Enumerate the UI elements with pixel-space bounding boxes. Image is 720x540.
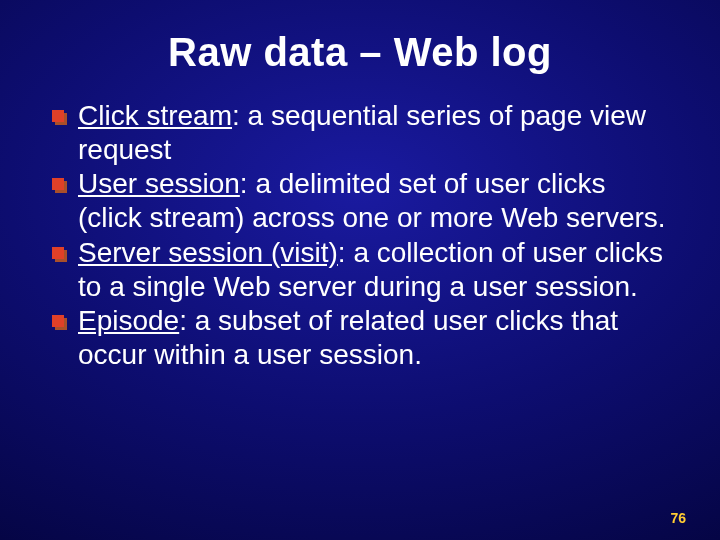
list-item: User session: a delimited set of user cl… — [46, 167, 674, 235]
term: Server session (visit) — [78, 237, 338, 268]
term: Episode — [78, 305, 179, 336]
list-item: Episode: a subset of related user clicks… — [46, 304, 674, 372]
slide-title: Raw data – Web log — [40, 30, 680, 75]
bullet-icon — [52, 315, 64, 327]
bullet-icon — [52, 247, 64, 259]
slide: Raw data – Web log Click stream: a seque… — [0, 0, 720, 540]
list-item: Click stream: a sequential series of pag… — [46, 99, 674, 167]
term: Click stream — [78, 100, 232, 131]
slide-body: Click stream: a sequential series of pag… — [40, 99, 680, 372]
page-number: 76 — [670, 510, 686, 526]
list-item: Server session (visit): a collection of … — [46, 236, 674, 304]
bullet-icon — [52, 178, 64, 190]
bullet-icon — [52, 110, 64, 122]
term: User session — [78, 168, 240, 199]
